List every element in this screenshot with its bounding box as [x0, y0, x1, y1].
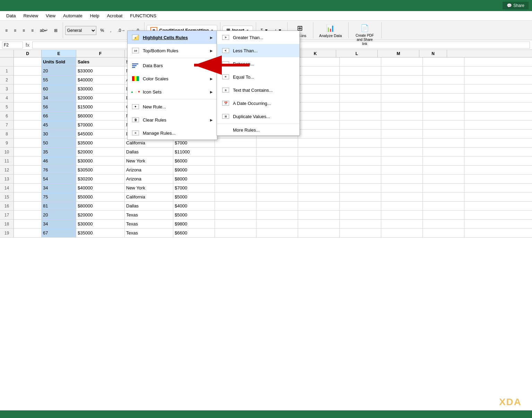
cell-e[interactable]: 30	[42, 130, 76, 138]
cell-e[interactable]: 34	[42, 184, 76, 192]
cell-k[interactable]	[298, 148, 340, 156]
cell-n[interactable]	[423, 57, 464, 66]
cell-g[interactable]: Dallas	[125, 202, 173, 210]
number-format-dropdown[interactable]: General	[65, 26, 96, 35]
cell-i[interactable]	[215, 229, 256, 237]
cell-e[interactable]: 35	[42, 148, 76, 156]
increase-decimal-btn[interactable]: .0→	[115, 26, 128, 35]
cell-l[interactable]	[340, 139, 381, 147]
cell-e[interactable]: 46	[42, 157, 76, 165]
cell-n[interactable]	[423, 103, 464, 111]
cell-k[interactable]	[298, 121, 340, 129]
cell-f[interactable]: $50000	[76, 193, 125, 201]
cell-f[interactable]: $30500	[76, 166, 125, 174]
cell-d[interactable]	[14, 202, 42, 210]
cell-n[interactable]	[423, 85, 464, 93]
cell-g[interactable]: Texas	[125, 229, 173, 237]
cell-i[interactable]	[215, 148, 256, 156]
cell-f[interactable]: $20000	[76, 148, 125, 156]
cell-m[interactable]	[381, 121, 423, 129]
indent-icon[interactable]: ≡	[29, 26, 36, 35]
cell-f[interactable]: $40000	[76, 184, 125, 192]
cell-k[interactable]	[298, 175, 340, 183]
cell-k[interactable]	[298, 220, 340, 228]
cell-l[interactable]	[340, 166, 381, 174]
cell-k[interactable]	[298, 202, 340, 210]
cell-h[interactable]: $7000	[173, 184, 215, 192]
cell-e[interactable]: 20	[42, 66, 76, 75]
cell-l[interactable]	[340, 121, 381, 129]
cell-j[interactable]	[256, 157, 298, 165]
cell-h[interactable]: $5000	[173, 211, 215, 219]
cell-i[interactable]	[215, 202, 256, 210]
cf-menu-newrule[interactable]: ✦ New Rule...	[128, 100, 217, 113]
cf-menu-clearrules[interactable]: 🗑 Clear Rules ▶	[128, 113, 217, 126]
cell-n[interactable]	[423, 157, 464, 165]
cell-g[interactable]: Dallas	[125, 148, 173, 156]
cell-l[interactable]	[340, 75, 381, 84]
cell-l[interactable]	[340, 193, 381, 201]
cell-h[interactable]: $11000	[173, 148, 215, 156]
percent-btn[interactable]: %	[98, 26, 106, 35]
cell-j[interactable]	[256, 220, 298, 228]
cell-f[interactable]: $30000	[76, 220, 125, 228]
cell-m[interactable]	[381, 103, 423, 111]
cell-n[interactable]	[423, 94, 464, 102]
cell-i[interactable]	[215, 139, 256, 147]
cell-d[interactable]	[14, 121, 42, 129]
cell-j[interactable]	[256, 139, 298, 147]
menu-functions[interactable]: FUNCTIONS	[127, 12, 160, 20]
cell-f[interactable]: $60000	[76, 112, 125, 120]
cell-m[interactable]	[381, 94, 423, 102]
cell-d[interactable]	[14, 157, 42, 165]
cell-l[interactable]	[340, 211, 381, 219]
cell-reference[interactable]: F2	[2, 42, 23, 48]
cell-e[interactable]: 50	[42, 139, 76, 147]
cell-m[interactable]	[381, 211, 423, 219]
cell-n[interactable]	[423, 148, 464, 156]
cell-l[interactable]	[340, 57, 381, 66]
cell-i[interactable]	[215, 193, 256, 201]
cell-g[interactable]: Texas	[125, 220, 173, 228]
cell-n[interactable]	[423, 175, 464, 183]
cell-i[interactable]	[215, 157, 256, 165]
submenu-equalto[interactable]: = Equal To...	[217, 70, 299, 83]
cell-m[interactable]	[381, 75, 423, 84]
cell-e[interactable]: 81	[42, 202, 76, 210]
cell-h[interactable]: $9800	[173, 220, 215, 228]
submenu-duplicatevalues[interactable]: ⊞ Duplicate Values...	[217, 110, 299, 123]
cell-e[interactable]: 34	[42, 94, 76, 102]
submenu-adateoccurring[interactable]: 📅 A Date Occurring...	[217, 97, 299, 110]
cell-l[interactable]	[340, 112, 381, 120]
cell-n[interactable]	[423, 211, 464, 219]
cell-m[interactable]	[381, 220, 423, 228]
cell-k[interactable]	[298, 85, 340, 93]
cell-g[interactable]: Texas	[125, 211, 173, 219]
menu-acrobat[interactable]: Acrobat	[103, 12, 126, 20]
cell-l[interactable]	[340, 85, 381, 93]
cell-e[interactable]: 60	[42, 85, 76, 93]
cell-k[interactable]	[298, 157, 340, 165]
cell-d[interactable]	[14, 112, 42, 120]
cell-d[interactable]	[14, 148, 42, 156]
cell-l[interactable]	[340, 220, 381, 228]
cell-f[interactable]: $45000	[76, 130, 125, 138]
menu-review[interactable]: Review	[20, 12, 42, 20]
merge-icon[interactable]: ⊞	[52, 26, 60, 35]
cell-k[interactable]	[298, 130, 340, 138]
cell-j[interactable]	[256, 148, 298, 156]
cell-d[interactable]	[14, 211, 42, 219]
cell-m[interactable]	[381, 148, 423, 156]
submenu-between[interactable]: ↔ Between...	[217, 57, 299, 70]
cell-f[interactable]: $30200	[76, 175, 125, 183]
cell-h[interactable]: $9000	[173, 166, 215, 174]
cell-j[interactable]	[256, 166, 298, 174]
cell-g[interactable]: New York	[125, 184, 173, 192]
comma-btn[interactable]: ,	[108, 26, 114, 35]
cell-n[interactable]	[423, 130, 464, 138]
cell-l[interactable]	[340, 148, 381, 156]
cell-d[interactable]	[14, 175, 42, 183]
col-header-l[interactable]: L	[336, 50, 378, 57]
cf-menu-iconsets[interactable]: ▲ → ▼ Icon Sets ▶	[128, 85, 217, 98]
cell-d[interactable]	[14, 130, 42, 138]
